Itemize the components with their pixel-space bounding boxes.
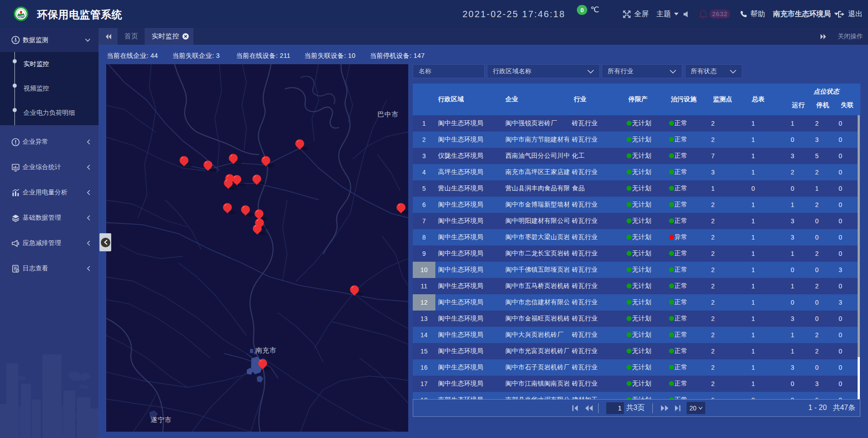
- sidebar-item[interactable]: 基础数据管理: [0, 205, 99, 231]
- sidebar-item[interactable]: 企业综合统计: [0, 155, 99, 180]
- scrollbar-thumb[interactable]: [858, 115, 860, 357]
- help-button[interactable]: 帮助: [740, 0, 765, 28]
- cell-halt: 无计划: [624, 282, 666, 290]
- table-row[interactable]: 7阆中生态环境局阆中明阳建材有限公司砖瓦行业无计划正常21300: [413, 213, 858, 229]
- mute-button[interactable]: [683, 0, 690, 28]
- map-marker-icon[interactable]: [258, 358, 276, 373]
- sidebar-item[interactable]: 企业异常: [0, 129, 99, 155]
- status-dot: [669, 365, 674, 370]
- sidebar-item-label: 企业综合统计: [23, 163, 61, 171]
- last-page-button[interactable]: [675, 405, 681, 411]
- map-marker-icon[interactable]: [203, 160, 221, 174]
- map-marker-icon[interactable]: [396, 203, 408, 217]
- status-dot: [669, 202, 674, 207]
- map-marker-icon[interactable]: [295, 139, 313, 153]
- cell-region: 阆中生态环境局: [435, 136, 503, 144]
- pager-divider: [598, 403, 599, 413]
- cell-industry: 砖瓦行业: [569, 201, 624, 209]
- status-dot: [627, 202, 632, 207]
- cell-industry: 砖瓦行业: [569, 282, 624, 290]
- sidebar-subitem[interactable]: 企业电力负荷明细: [0, 101, 99, 125]
- sidebar-item[interactable]: 日志查看: [0, 256, 99, 281]
- page-size-select[interactable]: 20: [687, 402, 706, 414]
- cell-company: 南充市高坪区王家店建: [503, 168, 569, 176]
- sidebar-subitem[interactable]: 视频监控: [0, 76, 99, 101]
- map-marker-icon[interactable]: [179, 155, 197, 170]
- cell-region: 阆中生态环境局: [435, 217, 503, 225]
- cell-lost: 0: [835, 234, 858, 241]
- megaphone-icon: [11, 239, 20, 248]
- table-row[interactable]: 2阆中生态环境局阆中市南方节能建材有砖瓦行业无计划正常21030: [413, 132, 858, 148]
- cell-stop: 2: [811, 250, 835, 257]
- table-body[interactable]: 1阆中生态环境局阆中强锐页岩砖厂砖瓦行业无计划正常211202阆中生态环境局阆中…: [413, 115, 858, 399]
- notification-bell[interactable]: 2632: [699, 0, 730, 28]
- sidebar-item[interactable]: 企业用电量分析: [0, 180, 99, 205]
- map-marker-icon[interactable]: [228, 153, 246, 168]
- cell-lost: 3: [835, 299, 858, 306]
- prev-page-button[interactable]: [585, 405, 593, 411]
- table-row[interactable]: 9阆中生态环境局阆中市二龙长宝页岩砖砖瓦行业无计划正常21120: [413, 245, 858, 262]
- sidebar-item-data-monitoring[interactable]: 数据监测: [0, 28, 99, 52]
- theme-dropdown[interactable]: 主题: [656, 0, 679, 28]
- industry-filter-select[interactable]: 所有行业: [602, 64, 682, 78]
- stat-item: 当前在线企业: 44: [107, 52, 158, 60]
- log-icon: [11, 264, 20, 273]
- table-row[interactable]: 10阆中生态环境局阆中千佛镇五郎垭页岩砖瓦行业无计划正常21003: [413, 262, 858, 278]
- sidebar-item[interactable]: 应急减排管理: [0, 231, 99, 256]
- name-filter-input[interactable]: 名称: [413, 64, 485, 78]
- map-city-label: 南充市: [255, 346, 277, 355]
- close-actions-button[interactable]: 关闭操作: [838, 33, 863, 41]
- table-row[interactable]: 15阆中生态环境局阆中市光富页岩机砖厂砖瓦行业无计划正常21120: [413, 343, 858, 359]
- next-page-button[interactable]: [660, 405, 669, 411]
- status-filter-select[interactable]: 所有状态: [685, 64, 742, 78]
- status-dot: [627, 251, 632, 256]
- tab-close-icon[interactable]: [182, 33, 189, 40]
- sidebar-subitem-active[interactable]: 实时监控: [0, 52, 99, 76]
- map-marker-icon[interactable]: [222, 203, 241, 217]
- tabs-scroll-left-button[interactable]: [99, 28, 118, 45]
- table-row[interactable]: 14阆中生态环境局阆中大兴页岩机砖厂砖瓦行业无计划正常21120: [413, 327, 858, 343]
- table-scrollbar[interactable]: [858, 115, 860, 399]
- cell-run: 0: [786, 185, 811, 192]
- table-row[interactable]: 1阆中生态环境局阆中强锐页岩砖厂砖瓦行业无计划正常21120: [413, 115, 858, 132]
- col-facility: 治污设施: [671, 84, 697, 115]
- panel-collapse-button[interactable]: [99, 233, 111, 251]
- table-row[interactable]: 11阆中生态环境局阆中市五马桥页岩机砖砖瓦行业无计划正常21120: [413, 278, 858, 294]
- region-filter-select[interactable]: 行政区域名称: [487, 64, 600, 78]
- table-row[interactable]: 12阆中生态环境局阆中市忠信建材有限公砖瓦行业无计划正常21003: [413, 294, 858, 311]
- page-number-input[interactable]: 1: [606, 402, 624, 414]
- org-dropdown[interactable]: 南充市生态环境局: [773, 0, 839, 28]
- cell-industry: 食品: [569, 184, 624, 193]
- table-row[interactable]: 4高坪生态环境局南充市高坪区王家店建砖瓦行业无计划正常31220: [413, 164, 858, 180]
- cell-region: 阆中生态环境局: [435, 250, 503, 258]
- cell-lost: 0: [835, 315, 858, 322]
- cell-company: 阆中大兴页岩机砖厂: [503, 331, 569, 339]
- first-page-button[interactable]: [572, 405, 578, 411]
- table-row[interactable]: 17阆中生态环境局阆中市江南镇阆南页岩砖瓦行业无计划正常21030: [413, 376, 858, 392]
- tab-home[interactable]: 首页: [118, 28, 145, 45]
- table-row[interactable]: 13阆中生态环境局阆中市金福旺页岩机砖砖瓦行业无计划正常21300: [413, 311, 858, 327]
- map-marker-icon[interactable]: [252, 224, 270, 238]
- table-row[interactable]: 18南部生态环境局南部县兆华水泥有限公建材加工无计划正常60060: [413, 392, 858, 399]
- table-row[interactable]: 8阆中生态环境局阆中市枣碧大梁山页岩砖瓦行业无计划异常21300: [413, 229, 858, 245]
- table-row[interactable]: 16阆中生态环境局阆中市石子页岩机砖厂砖瓦行业无计划正常21300: [413, 359, 858, 376]
- map[interactable]: 巴中市南充市遂宁市: [106, 64, 408, 432]
- cell-lost: 0: [835, 364, 858, 371]
- logout-button[interactable]: 退出: [837, 0, 863, 28]
- cell-industry: 砖瓦行业: [569, 347, 624, 355]
- map-marker-icon[interactable]: [349, 285, 368, 299]
- cell-region: 阆中生态环境局: [435, 282, 503, 290]
- cell-meters: 1: [749, 234, 786, 241]
- table-row[interactable]: 3仪陇生态环境局西南油气田分公司川中化工无计划正常71350: [413, 148, 858, 164]
- map-marker-icon[interactable]: [261, 155, 279, 170]
- double-chevron-right-icon[interactable]: [820, 33, 827, 40]
- map-marker-icon[interactable]: [252, 174, 270, 188]
- table-row[interactable]: 6阆中生态环境局阆中市金博瑞新型墙材砖瓦行业无计划正常21120: [413, 197, 858, 213]
- map-marker-icon[interactable]: [223, 178, 241, 193]
- tab-realtime-monitoring[interactable]: 实时监控: [145, 28, 193, 45]
- cell-industry: 砖瓦行业: [569, 266, 624, 274]
- cell-row-number: 5: [413, 185, 435, 192]
- cell-region: 阆中生态环境局: [435, 380, 503, 388]
- fullscreen-button[interactable]: 全屏: [623, 0, 649, 28]
- table-row[interactable]: 5营山生态环境局营山县润丰肉食品有限食品无计划正常10010: [413, 180, 858, 197]
